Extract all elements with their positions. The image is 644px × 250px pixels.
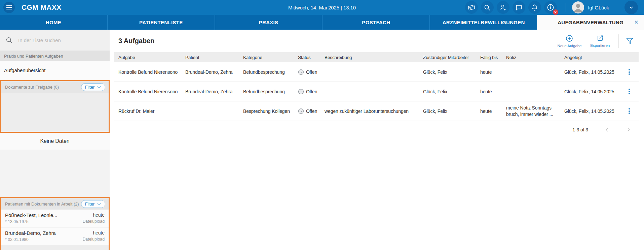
patient-list-item[interactable]: Brundeal-Demo, Zehra * 02.01.1980 heute …: [1, 227, 109, 245]
card-icon: [467, 4, 476, 11]
row-actions-kebab[interactable]: [626, 106, 633, 116]
main-header: 3 Aufgaben Neue Aufgabe Exportieren: [114, 30, 639, 52]
column-header-patient: Patient: [181, 52, 239, 62]
cell-faellig-bis: heute: [476, 62, 502, 82]
table-row[interactable]: Kontrolle Befund Nierensono Brundeal-Dem…: [114, 82, 639, 101]
chevron-down-icon: [628, 4, 634, 10]
chevron-left-icon: [604, 127, 610, 132]
sidebar: Praxis und Patienten Aufgaben Aufgabenüb…: [0, 30, 110, 250]
search-icon: [5, 36, 13, 44]
cell-aufgabe: Kontrolle Befund Nierensono: [114, 82, 181, 101]
export-button[interactable]: Exportieren: [590, 34, 610, 48]
next-page-button[interactable]: [626, 127, 631, 132]
docs-release-filter-button[interactable]: Filter: [81, 83, 105, 91]
patient-doc-type: Dateiupload: [82, 237, 105, 242]
person-add-icon: [499, 4, 507, 11]
column-header-faellig-bis: Fällig bis: [476, 52, 502, 62]
docs-in-progress-title: Patienten mit Dokumenten in Arbeit (2): [5, 201, 79, 207]
cell-notiz: [502, 82, 560, 101]
cell-angelegt: Glück, Felix, 14.05.2025: [560, 82, 621, 101]
column-header-status: Status: [294, 52, 320, 62]
filter-table-button[interactable]: [626, 37, 634, 45]
cell-patient: [181, 101, 239, 121]
app-title: CGM MAXX: [22, 3, 62, 11]
row-actions-kebab[interactable]: [626, 87, 633, 97]
datetime-display: Mittwoch, 14. Mai 2025 | 13:10: [288, 5, 356, 10]
cell-aufgabe: Kontrolle Befund Nierensono: [114, 62, 181, 82]
notifications-button[interactable]: [528, 1, 541, 14]
table-row[interactable]: Kontrolle Befund Nierensono Brundeal-Dem…: [114, 62, 639, 82]
search-icon: [484, 4, 491, 11]
no-data-message: Keine Daten: [0, 133, 110, 150]
topbar-right: ✕ fgl GLück: [462, 1, 641, 14]
cell-status: Offen: [294, 62, 320, 82]
cell-status: Offen: [294, 82, 320, 101]
messages-button[interactable]: [513, 1, 525, 14]
row-actions-kebab[interactable]: [626, 67, 633, 77]
content-area: Praxis und Patienten Aufgaben Aufgabenüb…: [0, 30, 644, 250]
user-menu-button[interactable]: [624, 1, 638, 14]
tab-praxis[interactable]: PRAXIS: [215, 15, 322, 30]
avatar-silhouette-icon: [572, 1, 584, 13]
circle-plus-icon: [565, 34, 573, 42]
cell-notiz: [502, 62, 560, 82]
pagination: 1-3 of 3: [114, 121, 639, 138]
docs-in-progress-header: Patienten mit Dokumenten in Arbeit (2) F…: [1, 198, 109, 210]
card-button[interactable]: [465, 1, 478, 14]
info-button[interactable]: ✕: [544, 1, 557, 14]
table-row[interactable]: Rückruf Dr. Maier Besprechung Kollegen O…: [114, 101, 639, 121]
docs-in-progress-filter-button[interactable]: Filter: [81, 200, 105, 208]
topbar-divider: [566, 3, 566, 12]
cell-kategorie: Befundbesprechung: [239, 62, 294, 82]
notification-badge: ✕: [553, 9, 559, 15]
cell-mitarbeiter: Glück, Felix: [419, 62, 476, 82]
hamburger-menu-button[interactable]: [3, 2, 15, 13]
main-nav: HOME PATIENTENLISTE PRAXIS POSTFACH ARZN…: [0, 15, 644, 30]
chat-icon: [515, 4, 523, 11]
toolbar-divider: [618, 34, 619, 48]
patient-list-item[interactable]: Pößneck-Test, Leonie... * 13.05.1975 heu…: [1, 210, 109, 227]
funnel-icon: [626, 37, 634, 45]
cell-kategorie: Befundbesprechung: [239, 82, 294, 101]
hamburger-icon: [6, 5, 12, 6]
main-panel: 3 Aufgaben Neue Aufgabe Exportieren Aufg…: [110, 30, 644, 250]
tab-arzneimittelbewilligungen[interactable]: ARZNEIMITTELBEWILLIGUNGEN: [429, 15, 537, 30]
tab-patientenliste[interactable]: PATIENTENLISTE: [107, 15, 215, 30]
pagination-range-label: 1-3 of 3: [572, 127, 588, 132]
toolbar: Neue Aufgabe Exportieren: [549, 34, 639, 48]
cell-mitarbeiter: Glück, Felix: [419, 82, 476, 101]
cell-beschreibung: [320, 82, 419, 101]
docs-release-title: Dokumente zur Freigabe (0): [5, 85, 59, 90]
chevron-down-icon: [97, 86, 101, 89]
sidebar-item-aufgabenuebersicht[interactable]: Aufgabenübersicht: [0, 61, 110, 80]
tab-aufgabenverwaltung[interactable]: AUFGABENVERWALTUNG ✕: [537, 15, 644, 30]
cell-kategorie: Besprechung Kollegen: [239, 101, 294, 121]
column-header-mitarbeiter: Zuständiger Mitarbeiter: [419, 52, 476, 62]
prev-page-button[interactable]: [604, 127, 610, 132]
tab-home[interactable]: HOME: [0, 15, 107, 30]
cell-beschreibung: wegen zukünftiger Laboruntersuchungen: [320, 101, 419, 121]
cell-angelegt: Glück, Felix, 14.05.2025: [560, 101, 621, 121]
add-patient-button[interactable]: [497, 1, 509, 14]
search-button[interactable]: [481, 1, 494, 14]
cell-aufgabe: Rückruf Dr. Maier: [114, 101, 181, 121]
column-header-notiz: Notiz: [502, 52, 560, 62]
sidebar-search-row: [0, 30, 110, 51]
topbar: CGM MAXX Mittwoch, 14. Mai 2025 | 13:10 …: [0, 0, 644, 15]
column-header-angelegt: Angelegt: [560, 52, 621, 62]
patient-doc-type: Dateiupload: [82, 219, 105, 224]
tab-postfach[interactable]: POSTFACH: [322, 15, 429, 30]
cell-angelegt: Glück, Felix, 14.05.2025: [560, 62, 621, 82]
close-tab-icon[interactable]: ✕: [634, 19, 639, 25]
status-open-clock-icon: [298, 69, 304, 75]
cell-patient: Brundeal-Demo, Zehra: [181, 82, 239, 101]
cell-faellig-bis: heute: [476, 101, 502, 121]
search-input[interactable]: [17, 37, 95, 43]
status-open-clock-icon: [298, 89, 304, 95]
avatar[interactable]: [572, 1, 584, 13]
new-task-button[interactable]: Neue Aufgabe: [558, 34, 582, 48]
table-header-row: Aufgabe Patient Kategorie Status Beschre…: [114, 52, 639, 62]
chevron-down-icon: [97, 202, 101, 206]
patient-due: heute: [82, 230, 105, 236]
status-open-clock-icon: [298, 108, 304, 114]
